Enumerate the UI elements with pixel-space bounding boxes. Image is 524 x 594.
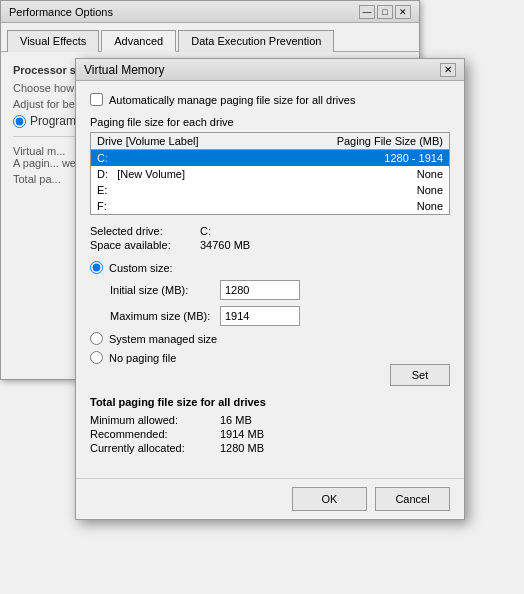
drive-d-name: D: [New Volume]: [97, 168, 286, 180]
initial-size-row: Initial size (MB):: [110, 280, 450, 300]
vm-dialog-title: Virtual Memory: [84, 63, 164, 77]
drive-e-paging: None: [286, 184, 443, 196]
maximize-button[interactable]: □: [377, 5, 393, 19]
system-managed-radio[interactable]: [90, 332, 103, 345]
drive-c-name: C:: [97, 152, 286, 164]
space-available-label: Space available:: [90, 239, 200, 251]
paging-col-header: Paging File Size (MB): [286, 135, 443, 147]
maximum-size-input[interactable]: [220, 306, 300, 326]
minimum-allowed-row: Minimum allowed: 16 MB: [90, 414, 450, 426]
vm-body: Automatically manage paging file size fo…: [76, 81, 464, 478]
total-rows: Minimum allowed: 16 MB Recommended: 1914…: [90, 414, 450, 454]
initial-size-label: Initial size (MB):: [110, 284, 220, 296]
drive-e-name: E:: [97, 184, 286, 196]
drive-f-name: F:: [97, 200, 286, 212]
size-options-section: Custom size: Initial size (MB): Maximum …: [90, 261, 450, 364]
auto-manage-checkbox[interactable]: [90, 93, 103, 106]
perf-window-controls: — □ ✕: [359, 5, 411, 19]
drive-row-c[interactable]: C: 1280 - 1914: [91, 150, 449, 166]
drive-table-header: Drive [Volume Label] Paging File Size (M…: [91, 133, 449, 150]
drive-row-e[interactable]: E: None: [91, 182, 449, 198]
minimum-allowed-label: Minimum allowed:: [90, 414, 220, 426]
cancel-button[interactable]: Cancel: [375, 487, 450, 511]
tab-advanced[interactable]: Advanced: [101, 30, 176, 52]
no-paging-radio[interactable]: [90, 351, 103, 364]
selected-drive-info: Selected drive: C: Space available: 3476…: [90, 225, 450, 251]
drive-c-paging: 1280 - 1914: [286, 152, 443, 164]
set-btn-container: Set: [90, 364, 450, 386]
vm-titlebar: Virtual Memory ✕: [76, 59, 464, 81]
auto-manage-label: Automatically manage paging file size fo…: [109, 94, 355, 106]
vm-close-button[interactable]: ✕: [440, 63, 456, 77]
paging-section-label: Paging file size for each drive: [90, 116, 450, 128]
programs-radio[interactable]: [13, 115, 26, 128]
selected-drive-label: Selected drive:: [90, 225, 200, 237]
drive-row-f[interactable]: F: None: [91, 198, 449, 214]
no-paging-label: No paging file: [109, 352, 176, 364]
drive-col-header: Drive [Volume Label]: [97, 135, 286, 147]
selected-drive-row: Selected drive: C:: [90, 225, 450, 237]
drive-f-paging: None: [286, 200, 443, 212]
close-button[interactable]: ✕: [395, 5, 411, 19]
custom-size-label: Custom size:: [109, 262, 173, 274]
drive-row-d[interactable]: D: [New Volume] None: [91, 166, 449, 182]
system-managed-radio-row: System managed size: [90, 332, 450, 345]
initial-size-input[interactable]: [220, 280, 300, 300]
tab-visual-effects[interactable]: Visual Effects: [7, 30, 99, 52]
ok-button[interactable]: OK: [292, 487, 367, 511]
recommended-value: 1914 MB: [220, 428, 264, 440]
total-section-label: Total paging file size for all drives: [90, 396, 450, 408]
drive-table: Drive [Volume Label] Paging File Size (M…: [90, 132, 450, 215]
perf-tabs: Visual Effects Advanced Data Execution P…: [1, 23, 419, 52]
recommended-row: Recommended: 1914 MB: [90, 428, 450, 440]
space-available-value: 34760 MB: [200, 239, 250, 251]
dialog-footer: OK Cancel: [76, 478, 464, 519]
minimize-button[interactable]: —: [359, 5, 375, 19]
maximum-size-label: Maximum size (MB):: [110, 310, 220, 322]
tab-dep[interactable]: Data Execution Prevention: [178, 30, 334, 52]
custom-size-radio[interactable]: [90, 261, 103, 274]
minimum-allowed-value: 16 MB: [220, 414, 252, 426]
auto-manage-row: Automatically manage paging file size fo…: [90, 93, 450, 106]
currently-allocated-value: 1280 MB: [220, 442, 264, 454]
selected-drive-value: C:: [200, 225, 211, 237]
currently-allocated-label: Currently allocated:: [90, 442, 220, 454]
custom-size-radio-row: Custom size:: [90, 261, 450, 274]
virtual-memory-dialog: Virtual Memory ✕ Automatically manage pa…: [75, 58, 465, 520]
space-available-row: Space available: 34760 MB: [90, 239, 450, 251]
currently-allocated-row: Currently allocated: 1280 MB: [90, 442, 450, 454]
set-button[interactable]: Set: [390, 364, 450, 386]
perf-window-title: Performance Options: [9, 6, 113, 18]
no-paging-radio-row: No paging file: [90, 351, 450, 364]
system-managed-label: System managed size: [109, 333, 217, 345]
drive-d-paging: None: [286, 168, 443, 180]
recommended-label: Recommended:: [90, 428, 220, 440]
maximum-size-row: Maximum size (MB):: [110, 306, 450, 326]
perf-titlebar: Performance Options — □ ✕: [1, 1, 419, 23]
